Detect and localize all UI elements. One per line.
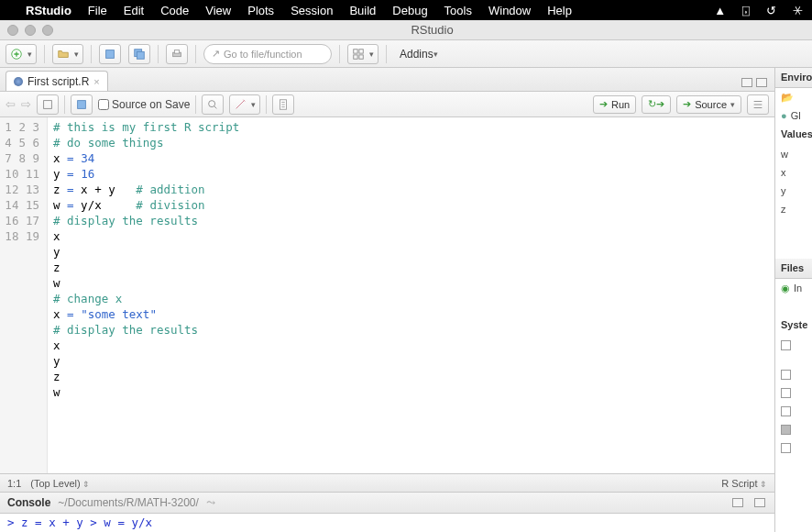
- run-button[interactable]: ➔ Run: [593, 95, 636, 114]
- env-var-y[interactable]: y: [775, 182, 812, 200]
- svg-rect-11: [78, 100, 86, 108]
- rerun-button[interactable]: ↻➔: [642, 95, 671, 114]
- menu-help[interactable]: Help: [547, 4, 572, 17]
- pkg-row-1[interactable]: [775, 336, 812, 354]
- pkg-row-3[interactable]: [775, 383, 812, 402]
- minimize-window-button[interactable]: [25, 25, 36, 36]
- source-on-save-checkbox[interactable]: Source on Save: [98, 98, 190, 111]
- menu-tools[interactable]: Tools: [444, 4, 472, 17]
- right-panes: Enviro 📂 ●Gl Values w x y z Files ◉In Sy…: [775, 68, 812, 532]
- source-arrow-icon: ➔: [683, 98, 691, 110]
- env-var-x[interactable]: x: [775, 163, 812, 182]
- svg-rect-5: [174, 50, 179, 53]
- source-tab[interactable]: First script.R ×: [5, 71, 108, 91]
- editor-statusbar: 1:1 (Top Level) R Script: [0, 473, 774, 492]
- source-button-label: Source: [695, 99, 727, 110]
- addins-menu[interactable]: Addins: [394, 44, 444, 64]
- outline-button[interactable]: [747, 94, 769, 115]
- warning-icon[interactable]: ▲: [714, 4, 726, 17]
- install-button[interactable]: ◉In: [775, 279, 812, 297]
- save-button[interactable]: [99, 44, 121, 64]
- menu-file[interactable]: File: [88, 4, 107, 17]
- r-file-icon: [14, 77, 23, 86]
- console-maximize-button[interactable]: [754, 498, 765, 507]
- close-window-button[interactable]: [7, 25, 18, 36]
- system-library-label: Syste: [775, 316, 812, 336]
- zoom-window-button[interactable]: [42, 25, 53, 36]
- goto-placeholder: Go to file/function: [224, 49, 302, 60]
- main-toolbar: ↗ Go to file/function Addins: [0, 40, 812, 68]
- files-pane-header[interactable]: Files: [775, 259, 812, 279]
- run-label: Run: [611, 99, 630, 110]
- pkg-row-4[interactable]: [775, 402, 812, 420]
- env-scope[interactable]: ●Gl: [775, 106, 812, 125]
- environment-pane-header[interactable]: Enviro: [775, 68, 812, 88]
- close-tab-button[interactable]: ×: [93, 76, 99, 87]
- menu-view[interactable]: View: [205, 4, 231, 17]
- import-icon: 📂: [781, 92, 794, 104]
- pkg-filter-row[interactable]: [775, 297, 812, 316]
- menu-session[interactable]: Session: [291, 4, 333, 17]
- source-button[interactable]: ➔ Source ▾: [676, 95, 741, 114]
- print-button[interactable]: [166, 44, 188, 64]
- new-file-button[interactable]: [5, 44, 37, 64]
- svg-point-12: [209, 100, 215, 106]
- timemachine-icon[interactable]: ↺: [766, 4, 776, 17]
- save-script-button[interactable]: [71, 94, 93, 115]
- save-all-button[interactable]: [128, 44, 150, 64]
- console-popout-icon[interactable]: ⤳: [206, 496, 215, 509]
- code-editor[interactable]: 1 2 3 4 5 6 7 8 9 10 11 12 13 14 15 16 1…: [0, 117, 774, 473]
- console-tab-label[interactable]: Console: [7, 496, 50, 509]
- shield-icon[interactable]: ⌺: [742, 4, 750, 17]
- bluetooth-icon[interactable]: ⚹: [793, 3, 803, 17]
- goto-file-input[interactable]: ↗ Go to file/function: [203, 44, 332, 64]
- svg-rect-10: [44, 100, 52, 108]
- notebook-icon: [277, 98, 290, 111]
- menu-code[interactable]: Code: [160, 4, 189, 17]
- save-icon: [75, 98, 88, 111]
- menu-debug[interactable]: Debug: [392, 4, 427, 17]
- nav-back-button[interactable]: ⇦: [5, 97, 16, 111]
- run-arrow-icon: ➔: [599, 98, 608, 110]
- grid-icon: [352, 48, 365, 61]
- pkg-row-5[interactable]: [775, 420, 812, 438]
- svg-rect-1: [106, 50, 115, 58]
- window-title: RStudio: [60, 23, 805, 37]
- macos-menubar: RStudio File Edit Code View Plots Sessio…: [0, 0, 812, 20]
- menu-plots[interactable]: Plots: [247, 4, 274, 17]
- env-var-z[interactable]: z: [775, 200, 812, 218]
- traffic-lights[interactable]: [7, 25, 53, 36]
- env-toolbar[interactable]: 📂: [775, 88, 812, 106]
- source-tab-label: First script.R: [27, 75, 89, 88]
- grid-view-button[interactable]: [347, 44, 379, 64]
- svg-rect-7: [359, 49, 363, 52]
- svg-rect-3: [137, 51, 144, 59]
- cursor-position: 1:1: [7, 478, 21, 489]
- values-label: Values: [775, 125, 812, 145]
- app-name[interactable]: RStudio: [26, 4, 71, 17]
- rerun-icon: ↻➔: [648, 98, 664, 110]
- scope-selector[interactable]: (Top Level): [30, 478, 90, 489]
- minimize-pane-button[interactable]: [741, 78, 752, 87]
- menu-edit[interactable]: Edit: [124, 4, 144, 17]
- compile-report-button[interactable]: [272, 94, 294, 115]
- pkg-row-2[interactable]: [775, 365, 812, 383]
- svg-rect-8: [354, 54, 357, 58]
- goto-arrow-icon: ↗: [212, 48, 220, 60]
- show-in-new-window-button[interactable]: [37, 94, 59, 115]
- console[interactable]: > z = x + y > w = y/x: [0, 514, 774, 532]
- env-var-w[interactable]: w: [775, 145, 812, 163]
- open-file-button[interactable]: [52, 44, 83, 64]
- folder-icon: [57, 48, 70, 61]
- code-content[interactable]: # this is my first R script # do some th…: [48, 117, 774, 473]
- find-button[interactable]: [202, 94, 224, 115]
- menu-window[interactable]: Window: [488, 4, 531, 17]
- language-selector[interactable]: R Script: [721, 478, 767, 489]
- menu-build[interactable]: Build: [349, 4, 376, 17]
- nav-fwd-button[interactable]: ⇨: [21, 97, 31, 111]
- console-minimize-button[interactable]: [732, 498, 743, 507]
- code-tools-button[interactable]: [229, 94, 260, 115]
- popout-icon: [41, 98, 54, 111]
- maximize-pane-button[interactable]: [756, 78, 767, 87]
- pkg-row-6[interactable]: [775, 438, 812, 457]
